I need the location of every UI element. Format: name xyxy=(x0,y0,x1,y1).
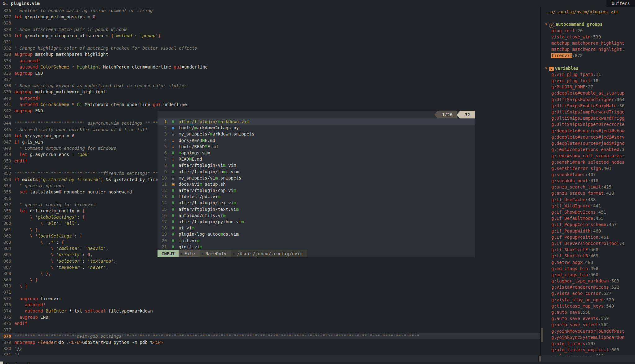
vista-tag-item[interactable]: g:tagbar_type_markdown:503 xyxy=(541,278,635,284)
file-result-item[interactable]: 20Vinit.vim xyxy=(158,237,475,244)
vista-tag-item[interactable]: g:Lf_UseVersionControlTool:4 xyxy=(541,240,635,246)
vista-tag-item[interactable]: g:Lf_ShowDevIcons:451 xyxy=(541,209,635,215)
code-line[interactable]: 837 xyxy=(0,76,540,82)
code-line[interactable]: 827let g:matchup_delim_noskips = 0 xyxy=(0,14,540,20)
vista-tag-item[interactable]: g:Lf_WildIgnore:441 xyxy=(541,203,635,209)
code-line[interactable]: 876endif xyxy=(0,320,540,326)
vista-tag-item[interactable]: g:deoplete#sources#jedi#show xyxy=(541,128,635,134)
file-result-item[interactable]: 10≡my_snippets/vim.snippets xyxy=(158,175,475,181)
code-line[interactable]: 868 \ }, xyxy=(0,270,540,277)
vista-tag-item[interactable]: g:Lf_ShortcutF:468 xyxy=(541,246,635,253)
vista-tag-item[interactable]: g:sneak#s_next:418 xyxy=(541,178,635,184)
vista-tag-item[interactable]: g:UltiSnipsSnippetDirectorie xyxy=(541,121,635,127)
file-result-item[interactable]: 21Vginit.vim xyxy=(158,244,475,250)
code-line[interactable]: 828 xyxy=(0,20,540,26)
code-line[interactable]: 841 autocmd ColorScheme * hi MatchWord c… xyxy=(0,101,540,108)
code-line[interactable]: 874 autocmd BufEnter *.txt setlocal file… xyxy=(0,308,540,314)
vista-tag-item[interactable]: g:Lf_PopupColorscheme:457 xyxy=(541,221,635,228)
file-result-item[interactable]: 1Vafter/ftplugin/markdown.vim xyxy=(158,118,475,125)
chevron-down-icon[interactable]: ▼ xyxy=(545,66,547,70)
vista-tag-item[interactable]: g:UltiSnipsJumpForwardTrigge xyxy=(541,109,635,115)
vista-tag-item[interactable]: g:UltiSnipsJumpBackwardTrigg xyxy=(541,115,635,121)
vista-tag-item[interactable]: g:jedi#show_call_signatures: xyxy=(541,153,635,159)
sidebar-scrollbar-thumb[interactable] xyxy=(541,328,543,342)
file-result-item[interactable]: 18Vui.vim xyxy=(158,225,475,231)
leaderf-prompt-row[interactable]: >>> m 1/26 32 xyxy=(158,111,475,118)
file-result-item[interactable]: 6Vmappings.vim xyxy=(158,150,475,156)
code-line[interactable]: 838" Show matching keyword as underlined… xyxy=(0,82,540,89)
vista-tag-item[interactable]: g:PLUGIN_HOME:27 xyxy=(541,84,635,90)
vista-tag-item[interactable]: g:titlecase_map_keys:548 xyxy=(541,303,635,309)
vista-tag-item[interactable]: g:ale_linters:597 xyxy=(541,340,635,347)
file-result-item[interactable]: 17Vafter/ftplugin/python.vim xyxy=(158,219,475,225)
vista-tag-item[interactable]: g:auto_save:556 xyxy=(541,309,635,315)
tab-active-plugins-vim[interactable]: 5. plugins.vim xyxy=(3,0,40,7)
file-result-item[interactable]: 12Vafter/ftplugin/cpp.vim xyxy=(158,187,475,193)
file-result-item[interactable]: 13Vftdetect/pdc.vim xyxy=(158,193,475,200)
vista-tag-item[interactable]: g:anzu_search_limit:425 xyxy=(541,184,635,190)
vista-tag-item[interactable]: g:yoinkMoveCursorToEndOfPast xyxy=(541,328,635,334)
code-line[interactable]: 873 autocmd! xyxy=(0,302,540,308)
vista-tag-item[interactable]: g:Lf_ShortcutB:469 xyxy=(541,253,635,259)
vista-tag-item[interactable]: g:anzu_status_format:428 xyxy=(541,190,635,196)
vista-tag-item[interactable]: g:vista_echo_cursor:527 xyxy=(541,290,635,296)
vista-tag-item[interactable]: g:Lf_PopupWidth:460 xyxy=(541,228,635,234)
code-line[interactable]: 826" Whether to enable matching inside c… xyxy=(0,7,540,14)
vista-tag-item[interactable]: g:ale_sign_error:608 xyxy=(541,353,635,355)
code-line[interactable]: 839augroup matchup_matchword_highlight xyxy=(0,89,540,95)
file-result-item[interactable]: 15Vafter/ftplugin/text.vim xyxy=(158,206,475,212)
vista-tag-item[interactable]: g:netrw_nogx:483 xyxy=(541,259,635,265)
file-result-item[interactable]: 11▣docs/Nvim_setup.sh xyxy=(158,181,475,187)
vista-tag-item[interactable]: matchup_matchword_highlight: xyxy=(541,46,635,52)
vista-tag-item[interactable]: g:Lf_PopupPosition:461 xyxy=(541,234,635,240)
vista-tag-item[interactable]: g:ale_linters_explicit:605 xyxy=(541,347,635,353)
vista-section-header[interactable]: ▼?autocommand groups xyxy=(541,21,635,27)
vista-tag-item[interactable]: g:md_ctags_bin:500 xyxy=(541,272,635,278)
vista-tag-item[interactable]: g:yoinkSyncSystemClipboardOn xyxy=(541,334,635,340)
code-line[interactable]: 880"}} xyxy=(0,345,540,352)
code-line[interactable]: 871 xyxy=(0,289,540,295)
vista-tag-item[interactable]: g:vista_stay_on_open:529 xyxy=(541,297,635,303)
vista-section-header[interactable]: ▼xvariables xyxy=(541,65,635,71)
vista-tag-item[interactable]: g:semshi#mark_selected_nodes xyxy=(541,159,635,165)
vista-tag-item[interactable]: g:vim_plug_fpath:11 xyxy=(541,71,635,78)
vista-tag-item[interactable]: g:sneak#label:407 xyxy=(541,171,635,178)
vista-tag-item[interactable]: g:jedi#completions_enabled:3 xyxy=(541,146,635,153)
file-result-item[interactable]: 5↓tools/README.md xyxy=(158,144,475,150)
vista-tag-item[interactable]: g:UltiSnipsExpandTrigger:364 xyxy=(541,96,635,103)
vista-tag-item[interactable]: g:UltiSnipsEnableSnipMate:36 xyxy=(541,103,635,109)
code-line[interactable]: 831 xyxy=(0,39,540,45)
buffers-tab-label[interactable]: buffers xyxy=(606,0,635,7)
code-line[interactable]: 869 \ } xyxy=(0,277,540,283)
file-result-item[interactable]: 4↓docs/README.md xyxy=(158,137,475,144)
vista-tag-item[interactable]: g:auto_save_events:559 xyxy=(541,315,635,322)
code-line[interactable]: 872 augroup firenvim xyxy=(0,295,540,302)
vista-tag-item[interactable]: plug_init:20 xyxy=(541,28,635,34)
file-result-item[interactable]: 16Vautoload/utils.vim xyxy=(158,212,475,219)
vista-tag-item[interactable]: g:auto_save_silent:562 xyxy=(541,322,635,328)
vista-tag-item[interactable]: matchup_matchparen_highlight xyxy=(541,40,635,46)
file-result-item[interactable]: 8Vafter/ftplugin/vim.vim xyxy=(158,162,475,168)
vista-tag-item[interactable]: g:vista#renderer#icons:522 xyxy=(541,284,635,290)
vista-tag-item[interactable]: firenvim:872 xyxy=(541,52,635,59)
code-line[interactable]: 866 \ 'selector': 'textarea', xyxy=(0,258,540,264)
code-line[interactable]: 835 autocmd ColorScheme * highlight Matc… xyxy=(0,64,540,70)
code-line[interactable]: 832" Change highlight color of matching … xyxy=(0,45,540,51)
vista-tag-item[interactable]: g:md_ctags_bin:498 xyxy=(541,265,635,272)
file-result-item[interactable]: 9Vafter/ftplugin/toml.vim xyxy=(158,169,475,175)
code-line[interactable]: 833augroup matchup_matchparen_highlight xyxy=(0,51,540,57)
code-line[interactable]: 879nnoremap <leader>dp :<C-U>GdbStartPDB… xyxy=(0,339,540,345)
chevron-down-icon[interactable]: ▼ xyxy=(545,22,547,26)
code-line[interactable]: 867 \ 'takeover': 'never', xyxy=(0,264,540,270)
file-result-item[interactable]: 7↓README.md xyxy=(158,156,475,162)
file-result-item[interactable]: 14Vafter/ftplugin/tex.vim xyxy=(158,200,475,206)
code-line[interactable]: 829" Show offscreen match pair in popup … xyxy=(0,26,540,33)
code-line[interactable]: 836augroup END xyxy=(0,70,540,76)
vista-tag-item[interactable]: g:deoplete#sources#jedi#serv xyxy=(541,134,635,140)
code-line[interactable]: 870 \ } xyxy=(0,283,540,289)
vista-tag-item[interactable]: g:Lf_UseCache:438 xyxy=(541,197,635,203)
vista-tag-item[interactable]: g:deoplete#enable_at_startup xyxy=(541,90,635,96)
vista-tag-item[interactable]: g:vim_plug_furl:18 xyxy=(541,78,635,84)
file-result-item[interactable]: 19Vplugin/log-autocmds.vim xyxy=(158,231,475,237)
file-result-item[interactable]: 2●tools/markdown2ctags.py xyxy=(158,125,475,131)
